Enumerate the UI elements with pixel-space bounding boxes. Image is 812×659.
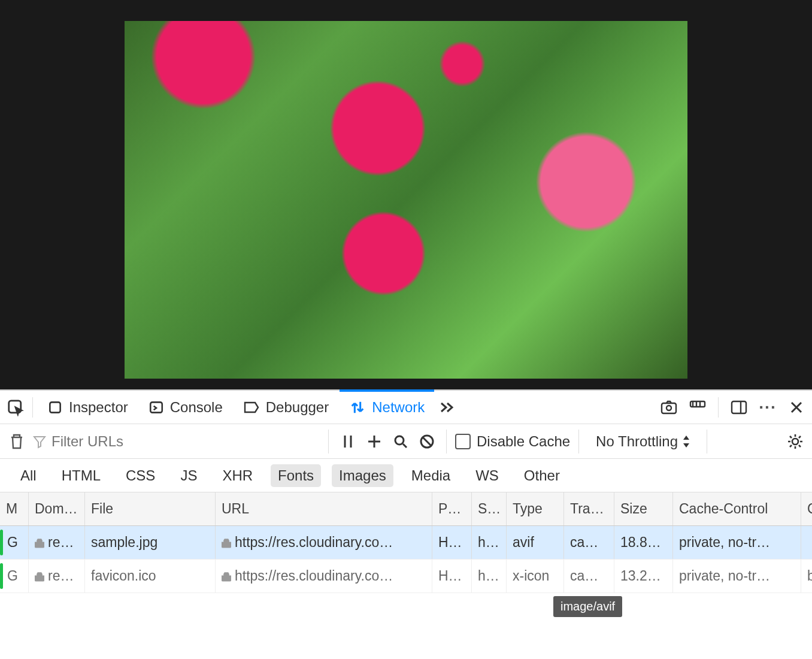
network-toolbar: Disable Cache No Throttling [0, 424, 812, 459]
cell-file: sample.jpg [85, 526, 216, 559]
separator [328, 430, 329, 454]
tab-console[interactable]: Console [140, 391, 231, 424]
kebab-menu-icon[interactable]: ··· [757, 397, 778, 418]
table-header-row: M Dom… File URL P… S… Type Tra… Size Cac… [0, 492, 812, 526]
cell-size: 13.2… [614, 560, 673, 593]
col-cache[interactable]: Cache-Control [673, 492, 801, 525]
col-protocol[interactable]: P… [432, 492, 472, 525]
filter-images[interactable]: Images [332, 464, 393, 487]
request-type-filters: All HTML CSS JS XHR Fonts Images Media W… [0, 459, 812, 492]
cell-last [801, 526, 812, 559]
settings-button[interactable] [784, 431, 806, 452]
lock-icon [35, 571, 44, 582]
cell-scheme: h… [472, 560, 507, 593]
cell-transferred: ca… [564, 560, 614, 593]
col-type[interactable]: Type [507, 492, 564, 525]
type-tooltip: image/avif [553, 596, 622, 617]
cell-domain: re… [29, 560, 85, 593]
dock-side-icon[interactable] [728, 397, 750, 418]
close-devtools-icon[interactable] [786, 397, 807, 418]
svg-point-4 [666, 406, 671, 410]
trash-icon [9, 433, 25, 451]
add-button[interactable] [363, 431, 385, 452]
screenshot-icon[interactable] [658, 397, 680, 418]
debugger-icon [243, 401, 260, 414]
lock-icon [222, 571, 231, 582]
filter-fonts[interactable]: Fonts [271, 464, 321, 487]
pick-element-icon[interactable] [5, 397, 26, 418]
table-row[interactable]: G re… sample.jpg https://res.cloudinary.… [0, 526, 812, 560]
table-row[interactable]: G re… favicon.ico https://res.cloudinary… [0, 560, 812, 593]
filter-other[interactable]: Other [517, 464, 567, 487]
disable-cache-label: Disable Cache [477, 433, 570, 450]
throttling-label: No Throttling [596, 433, 678, 450]
block-icon [419, 434, 435, 449]
col-last[interactable]: C [801, 492, 812, 525]
filter-media[interactable]: Media [404, 464, 457, 487]
filter-urls-input[interactable] [51, 433, 267, 450]
cell-file: favicon.ico [85, 560, 216, 593]
gear-icon [786, 433, 804, 451]
chevron-double-right-icon [439, 401, 456, 414]
separator [32, 397, 33, 418]
funnel-icon [32, 434, 47, 449]
responsive-mode-icon[interactable] [687, 397, 708, 418]
filter-xhr[interactable]: XHR [215, 464, 260, 487]
tab-inspector[interactable]: Inspector [39, 391, 137, 424]
network-icon [349, 399, 366, 416]
cell-type: avif [507, 526, 564, 559]
col-transferred[interactable]: Tra… [564, 492, 614, 525]
col-domain[interactable]: Dom… [29, 492, 85, 525]
search-icon [393, 434, 408, 449]
separator [707, 430, 707, 454]
cell-protocol: H… [432, 526, 472, 559]
block-button[interactable] [416, 431, 438, 452]
col-scheme[interactable]: S… [472, 492, 507, 525]
tab-debugger[interactable]: Debugger [235, 391, 337, 424]
page-viewport [0, 0, 812, 389]
updown-icon [683, 436, 690, 448]
pause-icon [342, 434, 354, 449]
pause-button[interactable] [337, 431, 359, 452]
clear-button[interactable] [6, 431, 28, 452]
cell-size: 18.8… [614, 526, 673, 559]
console-icon [149, 400, 164, 415]
more-tabs-button[interactable] [437, 397, 458, 418]
tab-label: Console [170, 399, 223, 416]
separator [446, 430, 447, 454]
cell-domain: re… [29, 526, 85, 559]
inspector-icon [47, 400, 63, 415]
tab-network[interactable]: Network [341, 391, 433, 424]
filter-js[interactable]: JS [173, 464, 204, 487]
lock-icon [222, 537, 231, 548]
tab-label: Inspector [69, 399, 128, 416]
col-url[interactable]: URL [216, 492, 432, 525]
svg-rect-3 [662, 403, 676, 413]
svg-rect-6 [732, 401, 746, 413]
col-file[interactable]: File [85, 492, 216, 525]
filter-ws[interactable]: WS [468, 464, 506, 487]
filter-all[interactable]: All [13, 464, 44, 487]
network-table: M Dom… File URL P… S… Type Tra… Size Cac… [0, 492, 812, 593]
col-size[interactable]: Size [614, 492, 673, 525]
tab-label: Debugger [266, 399, 329, 416]
content-image [125, 21, 687, 379]
cell-cache: private, no-tr… [673, 560, 801, 593]
svg-point-7 [395, 436, 404, 445]
cell-protocol: H… [432, 560, 472, 593]
cell-url: https://res.cloudinary.co… [216, 560, 432, 593]
lock-icon [35, 537, 44, 548]
cell-transferred: ca… [564, 526, 614, 559]
throttling-select[interactable]: No Throttling [587, 433, 698, 450]
svg-point-9 [792, 439, 798, 445]
cell-scheme: h… [472, 526, 507, 559]
cell-cache: private, no-tr… [673, 526, 801, 559]
disable-cache-toggle[interactable]: Disable Cache [455, 433, 570, 450]
filter-html[interactable]: HTML [54, 464, 108, 487]
separator [578, 430, 579, 454]
col-method[interactable]: M [0, 492, 29, 525]
cell-method: G [0, 526, 29, 559]
filter-css[interactable]: CSS [119, 464, 162, 487]
devtools-tabbar: Inspector Console Debugger Network ··· [0, 389, 812, 424]
search-button[interactable] [390, 431, 411, 452]
